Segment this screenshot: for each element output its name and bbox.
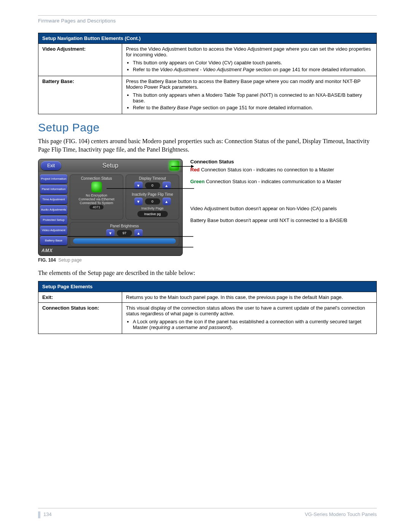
- setup-elements-table: Setup Page Elements Exit: Returns you to…: [38, 281, 377, 334]
- inactivity-page-value: Inactive pg: [137, 211, 168, 217]
- sidebar-item-time[interactable]: Time Adjustment: [40, 195, 67, 204]
- figure-caption: FIG. 104 Setup page: [38, 257, 377, 263]
- sidebar-item-battery[interactable]: Battery Base: [40, 236, 67, 245]
- inactivity-value: 0: [145, 198, 160, 204]
- doc-title: VG-Series Modero Touch Panels: [305, 511, 377, 518]
- brightness-slider[interactable]: [73, 238, 176, 244]
- row-exit-label: Exit:: [38, 292, 122, 302]
- row-conn-label: Connection Status icon:: [38, 302, 122, 334]
- row-video-adj-desc: Press the Video Adjustment button to acc…: [122, 44, 377, 76]
- table2-heading: Setup Page Elements: [38, 281, 377, 292]
- group-brightness: Panel Brightness ▼ 97 ▲: [70, 222, 179, 246]
- status-icon: [91, 182, 102, 192]
- row-exit-desc: Returns you to the Main touch panel page…: [122, 292, 377, 302]
- group-connection: Connection Status No Encryption Connecte…: [70, 174, 123, 220]
- row-conn-desc: This visual display of the connection st…: [122, 302, 377, 334]
- sidebar-item-video[interactable]: Video Adjustment: [40, 226, 67, 235]
- sidebar-item-audio[interactable]: Audio Adjustments: [40, 205, 67, 214]
- row-video-adj-label: Video Adjustment:: [38, 44, 122, 76]
- increase-button[interactable]: ▲: [134, 229, 143, 237]
- connection-status-icon[interactable]: [169, 161, 179, 171]
- panel-screenshot: Exit Setup Project Information Panel Inf…: [38, 159, 183, 256]
- intro-text: This page (FIG. 104) centers around basi…: [38, 137, 377, 153]
- group-display-timeout: Display Timeout ▼ 0 ▲ Inactivity Page Fl…: [126, 174, 179, 220]
- amx-logo: AMX: [41, 248, 53, 253]
- row-battery-desc: Press the Battery Base button to access …: [122, 76, 377, 114]
- ann-title: Connection Status: [190, 159, 377, 165]
- sidebar-item-panel-info[interactable]: Panel Information: [40, 185, 67, 194]
- ann-note2: Battery Base button doesn't appear until…: [190, 217, 377, 224]
- page-footer: 134 VG-Series Modero Touch Panels: [38, 508, 377, 518]
- row-battery-label: Battery Base:: [38, 76, 122, 114]
- sidebar-item-protected[interactable]: Protected Setup: [40, 216, 67, 225]
- sidebar-item-project[interactable]: Project Information: [40, 174, 67, 184]
- breadcrumb: Firmware Pages and Descriptions: [38, 18, 377, 24]
- page-number: 134: [43, 511, 52, 517]
- decrease-button[interactable]: ▼: [134, 182, 143, 189]
- brightness-value: 97: [117, 230, 132, 236]
- ann-red: Red Connection Status icon - indicates n…: [190, 167, 377, 173]
- increase-button[interactable]: ▲: [162, 198, 171, 205]
- decrease-button[interactable]: ▼: [134, 198, 143, 205]
- display-timeout-value: 0: [145, 182, 160, 189]
- figure-annotations: Connection Status Red Connection Status …: [183, 159, 377, 229]
- ann-note1: Video Adjustment button doesn't appear o…: [190, 206, 377, 212]
- table1-heading: Setup Navigation Button Elements (Cont.): [38, 33, 377, 44]
- figure-block: Exit Setup Project Information Panel Inf…: [38, 159, 377, 256]
- panel-title: Setup: [38, 162, 182, 169]
- increase-button[interactable]: ▲: [162, 182, 171, 189]
- decrease-button[interactable]: ▼: [106, 229, 115, 237]
- lead2: The elements of the Setup page are descr…: [38, 269, 377, 277]
- nav-elements-table: Setup Navigation Button Elements (Cont.)…: [38, 33, 377, 114]
- panel-sidebar: Project Information Panel Information Ti…: [40, 174, 67, 245]
- ann-green: Green Connection Status icon - indicates…: [190, 179, 377, 185]
- page-title: Setup Page: [38, 121, 377, 134]
